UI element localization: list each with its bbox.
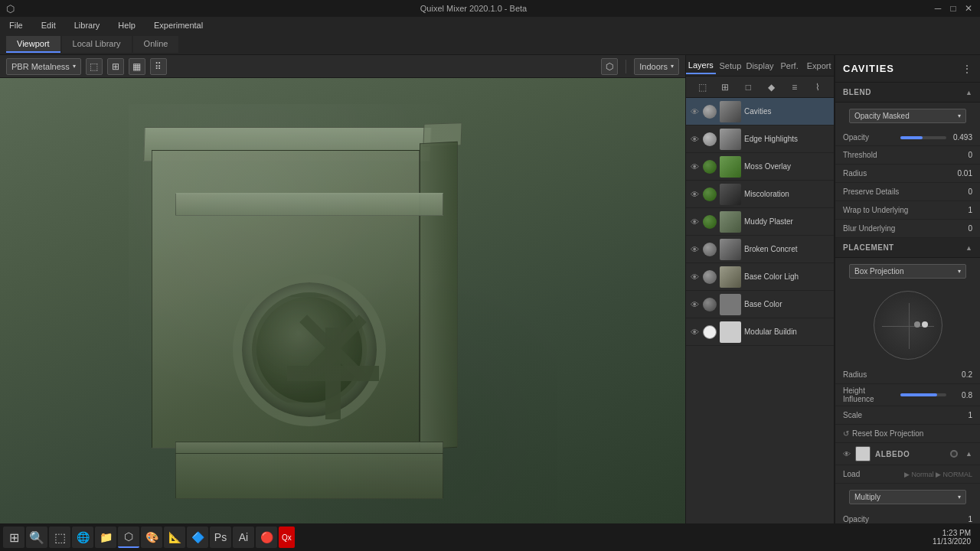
add-mask-btn[interactable]: □ — [740, 80, 756, 95]
taskbar-app-7[interactable]: Ai — [233, 527, 254, 548]
layer-visibility-edge[interactable]: 👁 — [689, 134, 700, 145]
tab-display[interactable]: Display — [745, 58, 775, 73]
layer-visibility-cavities[interactable]: 👁 — [689, 106, 700, 117]
layer-item-modular[interactable]: 👁 Modular Buildin — [686, 318, 834, 346]
box-projection-dropdown[interactable]: Box Projection ▾ — [849, 264, 966, 279]
start-button[interactable]: ⊞ — [3, 527, 24, 548]
view-btn-3[interactable]: ▦ — [129, 58, 145, 75]
albedo-eye-icon[interactable]: 👁 — [843, 450, 851, 458]
albedo-label: ALBEDO — [875, 450, 946, 458]
layer-item-muddy[interactable]: 👁 Muddy Plaster — [686, 208, 834, 236]
layer-thumb-muddy — [720, 211, 741, 233]
pbr-mode-dropdown[interactable]: PBR Metalness ▾ — [6, 58, 81, 75]
tab-viewport[interactable]: Viewport — [6, 36, 60, 53]
layer-item-moss[interactable]: 👁 Moss Overlay — [686, 153, 834, 181]
system-clock[interactable]: 1:23 PM 11/13/2020 — [926, 529, 977, 546]
opacity-slider[interactable] — [900, 136, 946, 139]
star-shape — [279, 320, 387, 427]
layer-options-btn[interactable]: ≡ — [787, 80, 802, 95]
taskbar-app-2[interactable]: 📁 — [95, 527, 116, 548]
albedo-opacity-label: Opacity — [843, 515, 869, 523]
layer-name-broken: Broken Concret — [744, 245, 831, 253]
tab-performance[interactable]: Perf. — [775, 58, 805, 73]
tab-export[interactable]: Export — [804, 58, 834, 73]
menu-help[interactable]: Help — [115, 19, 139, 31]
taskbar-app-3[interactable]: 🎨 — [141, 527, 162, 548]
preserve-label: Preserve Details — [843, 187, 899, 196]
height-slider[interactable] — [900, 393, 946, 396]
opacity-masked-dropdown[interactable]: Opacity Masked ▾ — [849, 109, 966, 123]
layer-visibility-muddy[interactable]: 👁 — [689, 217, 700, 227]
layer-item-broken[interactable]: 👁 Broken Concret — [686, 236, 834, 263]
view-btn-4[interactable]: ⠿ — [150, 58, 167, 75]
add-layer-btn[interactable]: ⬚ — [694, 80, 710, 95]
tab-setup[interactable]: Setup — [716, 58, 746, 73]
layer-thumb-moss — [720, 156, 741, 178]
taskbar-app-6[interactable]: Ps — [210, 527, 231, 548]
menu-file[interactable]: File — [6, 19, 26, 31]
taskbar-app-5[interactable]: 🔷 — [187, 527, 208, 548]
layer-color-cavities — [703, 105, 717, 119]
layer-thumb-cavities — [720, 101, 741, 122]
props-more-btn[interactable]: ⋮ — [962, 63, 972, 75]
camera-dropdown[interactable]: Indoors ▾ — [634, 58, 679, 75]
tab-local-library[interactable]: Local Library — [62, 36, 132, 53]
opacity-masked-arrow: ▾ — [958, 112, 961, 119]
view-3d-btn[interactable]: ⬡ — [601, 58, 618, 75]
albedo-color-swatch[interactable] — [855, 446, 871, 461]
placement-section-header[interactable]: PLACEMENT ▲ — [835, 238, 980, 258]
box-projection-arrow: ▾ — [958, 268, 961, 275]
layer-visibility-mod[interactable]: 👁 — [689, 327, 700, 337]
layer-item-base-color[interactable]: 👁 Base Color — [686, 291, 834, 318]
taskbar-app-4[interactable]: 📐 — [164, 527, 185, 548]
layer-visibility-misc[interactable]: 👁 — [689, 189, 700, 200]
preserve-details-row: Preserve Details 0 — [835, 183, 980, 201]
layer-visibility-moss[interactable]: 👁 — [689, 161, 700, 172]
add-paint-btn[interactable]: ◆ — [764, 80, 779, 95]
close-button[interactable]: ✕ — [963, 3, 974, 14]
blend-section-header[interactable]: BLEND ▲ — [835, 83, 980, 103]
app-icon: ⬡ — [6, 3, 15, 15]
props-header: CAVITIES ⋮ — [835, 55, 980, 83]
taskbar-app-1[interactable]: 🌐 — [72, 527, 93, 548]
layer-item-miscoloration[interactable]: 👁 Miscoloration — [686, 181, 834, 208]
layer-item-base-color-light[interactable]: 👁 Base Color Ligh — [686, 263, 834, 291]
stone-bottom-detail — [175, 453, 443, 499]
layer-name-misc: Miscoloration — [744, 190, 831, 198]
pbr-dropdown-arrow: ▾ — [73, 63, 76, 70]
blend-mode-container: Opacity Masked ▾ — [835, 103, 980, 129]
menu-edit[interactable]: Edit — [38, 19, 59, 31]
layer-item-cavities[interactable]: 👁 Cavities — [686, 98, 834, 126]
layer-name-cavities: Cavities — [744, 107, 831, 116]
view-btn-2[interactable]: ⊞ — [107, 58, 124, 75]
view-btn-1[interactable]: ⬚ — [86, 58, 103, 75]
layer-visibility-bcl[interactable]: 👁 — [689, 272, 700, 282]
tab-layers[interactable]: Layers — [686, 57, 716, 74]
menu-bar: File Edit Library Help Experimental — [0, 17, 980, 34]
maximize-button[interactable]: □ — [948, 3, 959, 14]
viewport-canvas[interactable] — [0, 78, 685, 551]
layer-visibility-broken[interactable]: 👁 — [689, 244, 700, 255]
window-controls: ─ □ ✕ — [933, 3, 974, 14]
preserve-value: 0 — [949, 187, 972, 196]
placement-wheel[interactable] — [874, 291, 942, 360]
taskbar-app-8[interactable]: 🔴 — [256, 527, 277, 548]
layer-visibility-bc[interactable]: 👁 — [689, 299, 700, 310]
layer-item-edge-highlights[interactable]: 👁 Edge Highlights — [686, 126, 834, 153]
layers-toolbar: ⬚ ⊞ □ ◆ ≡ ⌇ — [686, 77, 834, 98]
search-button[interactable]: 🔍 — [26, 527, 47, 548]
blend-label: BLEND — [843, 88, 871, 96]
minimize-button[interactable]: ─ — [933, 3, 943, 14]
add-fill-btn[interactable]: ⊞ — [717, 80, 733, 95]
albedo-blend-dropdown[interactable]: Multiply ▾ — [849, 490, 966, 504]
tab-online[interactable]: Online — [133, 36, 179, 53]
taskview-button[interactable]: ⬚ — [49, 527, 70, 548]
taskbar-app-active[interactable]: ⬡ — [118, 527, 139, 548]
wheel-handle-dot[interactable] — [922, 321, 928, 328]
layer-thumb-edge — [720, 129, 741, 150]
taskbar-app-9[interactable]: Qx — [279, 527, 295, 548]
curve-btn[interactable]: ⌇ — [810, 80, 825, 95]
menu-experimental[interactable]: Experimental — [151, 19, 206, 31]
menu-library[interactable]: Library — [71, 19, 103, 31]
wrap-label: Wrap to Underlying — [843, 206, 908, 214]
